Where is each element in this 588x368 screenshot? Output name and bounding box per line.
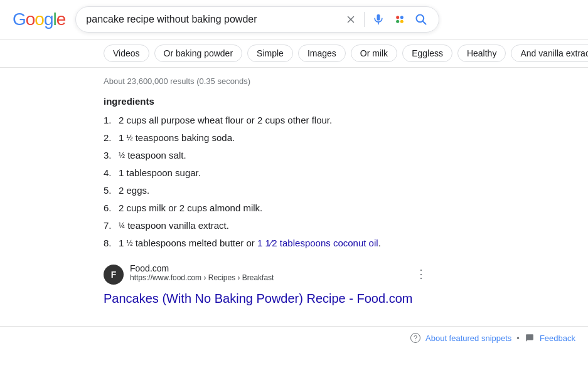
filter-chip-simple[interactable]: Simple <box>247 45 293 62</box>
filter-chip-and-vanilla[interactable]: And vanilla extract <box>511 45 588 62</box>
ingredient-4: 1 tablespoon sugar. <box>104 166 427 181</box>
ingredient-6-text: 2 cups milk or 2 cups almond milk. <box>119 201 262 216</box>
ingredient-5-text: 2 eggs. <box>119 183 149 198</box>
feedback-link[interactable]: Feedback <box>540 334 575 343</box>
ingredient-8-text: 1 ½ tablespoons melted butter or 1 1⁄2 t… <box>119 236 381 251</box>
ingredient-7-text: ¼ teaspoon vanilla extract. <box>119 218 229 233</box>
search-button[interactable] <box>414 12 429 27</box>
search-icons <box>344 12 429 27</box>
ingredient-4-text: 1 tablespoon sugar. <box>119 166 201 181</box>
dot-separator: • <box>516 334 520 343</box>
logo-g: G <box>13 9 26 29</box>
source-url-link[interactable]: https://www.food.com › Recipes › Breakfa… <box>130 273 274 282</box>
header: Google <box>0 0 588 39</box>
ingredient-8: 1 ½ tablespoons melted butter or 1 1⁄2 t… <box>104 236 427 251</box>
ingredients-label: ingredients <box>104 96 427 107</box>
ingredient-6: 2 cups milk or 2 cups almond milk. <box>104 201 427 216</box>
bottom-bar: ? About featured snippets • Feedback <box>0 326 588 349</box>
ingredient-3-text: ½ teaspoon salt. <box>119 148 186 163</box>
search-icon <box>415 13 427 26</box>
ingredient-1: 2 cups all purpose wheat flour or 2 cups… <box>104 113 427 128</box>
logo-o1: o <box>26 9 35 29</box>
filter-chip-images[interactable]: Images <box>298 45 346 62</box>
source-menu-button[interactable]: ⋮ <box>415 267 427 281</box>
ingredient-2: 1 ½ teaspoons baking soda. <box>104 130 427 145</box>
svg-point-5 <box>400 16 404 19</box>
clear-button[interactable] <box>344 13 358 26</box>
filter-chip-eggless[interactable]: Eggless <box>402 45 452 62</box>
favicon-letter: F <box>111 270 117 280</box>
svg-rect-2 <box>377 14 380 21</box>
result-title-link[interactable]: Pancakes (With No Baking Powder) Recipe … <box>104 290 427 307</box>
search-input[interactable] <box>86 14 338 25</box>
logo-e: e <box>56 9 66 29</box>
feedback-icon <box>525 333 535 343</box>
featured-snippets-link[interactable]: About featured snippets <box>425 334 511 343</box>
google-logo[interactable]: Google <box>13 9 65 29</box>
svg-point-6 <box>396 20 399 23</box>
svg-point-7 <box>400 20 404 23</box>
main-content: About 23,600,000 results (0.35 seconds) … <box>0 68 439 320</box>
close-icon <box>345 14 356 25</box>
featured-snippet: ingredients 2 cups all purpose wheat flo… <box>104 96 427 307</box>
results-count: About 23,600,000 results (0.35 seconds) <box>104 76 427 86</box>
search-box[interactable] <box>75 6 439 33</box>
camera-icon <box>393 13 406 26</box>
ingredient-3: ½ teaspoon salt. <box>104 148 427 163</box>
source-block: F Food.com https://www.food.com › Recipe… <box>104 263 427 285</box>
filter-chip-or-milk[interactable]: Or milk <box>351 45 397 62</box>
ingredient-7: ¼ teaspoon vanilla extract. <box>104 218 427 233</box>
voice-search-button[interactable] <box>371 12 386 27</box>
logo-o2: o <box>35 9 44 29</box>
source-domain: Food.com <box>130 263 274 273</box>
source-favicon: F <box>104 265 124 285</box>
help-icon: ? <box>410 333 420 343</box>
svg-point-4 <box>396 16 399 19</box>
coconut-oil-link[interactable]: 1 1⁄2 tablespoons coconut oil <box>257 238 378 248</box>
filter-chip-videos[interactable]: Videos <box>104 45 149 62</box>
divider <box>364 12 365 27</box>
logo-g2: g <box>44 9 53 29</box>
filter-chip-or-baking-powder[interactable]: Or baking powder <box>154 45 243 62</box>
ingredient-2-text: 1 ½ teaspoons baking soda. <box>119 130 235 145</box>
visual-search-button[interactable] <box>392 12 407 27</box>
microphone-icon <box>372 13 385 26</box>
ingredient-1-text: 2 cups all purpose wheat flour or 2 cups… <box>119 113 332 128</box>
source-info: Food.com https://www.food.com › Recipes … <box>130 263 274 282</box>
source-url: https://www.food.com › Recipes › Breakfa… <box>130 273 274 282</box>
filter-chip-healthy[interactable]: Healthy <box>457 45 506 62</box>
ingredient-5: 2 eggs. <box>104 183 427 198</box>
filter-bar: Videos Or baking powder Simple Images Or… <box>0 39 588 68</box>
svg-line-9 <box>423 21 426 24</box>
ingredients-list: 2 cups all purpose wheat flour or 2 cups… <box>104 113 427 251</box>
